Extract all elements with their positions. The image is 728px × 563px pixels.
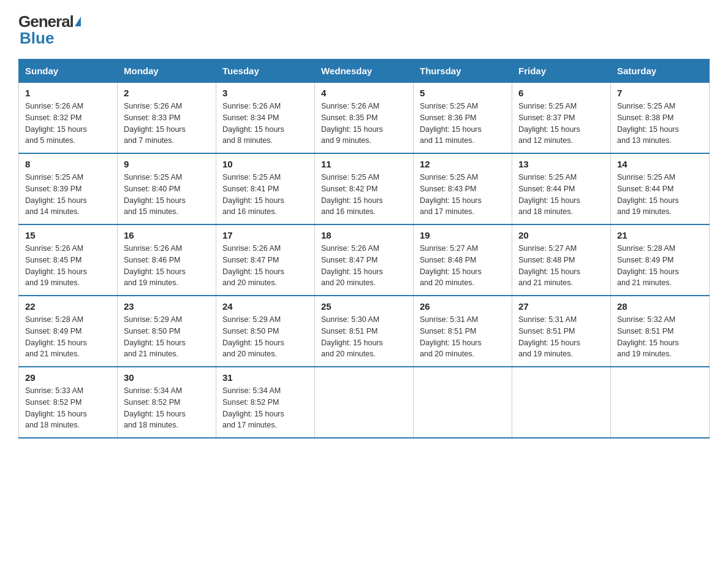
calendar-week-4: 22Sunrise: 5:28 AMSunset: 8:49 PMDayligh…: [19, 296, 710, 367]
table-row: [414, 367, 512, 438]
day-info: Sunrise: 5:26 AMSunset: 8:46 PMDaylight:…: [124, 243, 210, 289]
day-info: Sunrise: 5:25 AMSunset: 8:36 PMDaylight:…: [420, 101, 506, 147]
day-info: Sunrise: 5:27 AMSunset: 8:48 PMDaylight:…: [518, 243, 604, 289]
calendar-week-5: 29Sunrise: 5:33 AMSunset: 8:52 PMDayligh…: [19, 367, 710, 438]
logo: General Blue: [18, 12, 81, 48]
day-info: Sunrise: 5:29 AMSunset: 8:50 PMDaylight:…: [124, 314, 210, 360]
table-row: 13Sunrise: 5:25 AMSunset: 8:44 PMDayligh…: [512, 153, 611, 224]
calendar-week-2: 8Sunrise: 5:25 AMSunset: 8:39 PMDaylight…: [19, 153, 710, 224]
table-row: 31Sunrise: 5:34 AMSunset: 8:52 PMDayligh…: [216, 367, 315, 438]
table-row: 15Sunrise: 5:26 AMSunset: 8:45 PMDayligh…: [19, 224, 118, 296]
day-number: 23: [124, 301, 210, 312]
day-info: Sunrise: 5:25 AMSunset: 8:41 PMDaylight:…: [222, 172, 308, 218]
day-number: 6: [518, 88, 604, 98]
header-day-tuesday: Tuesday: [216, 59, 315, 83]
day-number: 2: [124, 88, 210, 98]
day-info: Sunrise: 5:27 AMSunset: 8:48 PMDaylight:…: [420, 243, 506, 289]
day-info: Sunrise: 5:31 AMSunset: 8:51 PMDaylight:…: [518, 314, 604, 360]
day-number: 16: [124, 230, 210, 240]
day-number: 4: [321, 88, 407, 98]
day-info: Sunrise: 5:25 AMSunset: 8:43 PMDaylight:…: [420, 172, 506, 218]
table-row: [512, 367, 611, 438]
table-row: 21Sunrise: 5:28 AMSunset: 8:49 PMDayligh…: [611, 224, 710, 296]
day-info: Sunrise: 5:25 AMSunset: 8:37 PMDaylight:…: [518, 101, 604, 147]
day-number: 14: [617, 159, 703, 169]
day-number: 19: [420, 230, 506, 240]
day-number: 3: [222, 88, 308, 98]
day-number: 17: [222, 230, 308, 240]
day-info: Sunrise: 5:33 AMSunset: 8:52 PMDaylight:…: [25, 385, 111, 431]
table-row: 26Sunrise: 5:31 AMSunset: 8:51 PMDayligh…: [414, 296, 512, 367]
day-number: 30: [124, 372, 210, 383]
day-info: Sunrise: 5:26 AMSunset: 8:32 PMDaylight:…: [25, 101, 111, 147]
table-row: 24Sunrise: 5:29 AMSunset: 8:50 PMDayligh…: [216, 296, 315, 367]
table-row: 11Sunrise: 5:25 AMSunset: 8:42 PMDayligh…: [315, 153, 414, 224]
table-row: 12Sunrise: 5:25 AMSunset: 8:43 PMDayligh…: [414, 153, 512, 224]
day-number: 31: [222, 372, 308, 383]
table-row: 20Sunrise: 5:27 AMSunset: 8:48 PMDayligh…: [512, 224, 611, 296]
day-info: Sunrise: 5:26 AMSunset: 8:35 PMDaylight:…: [321, 101, 407, 147]
header-day-friday: Friday: [512, 59, 611, 83]
day-number: 18: [321, 230, 407, 240]
day-number: 7: [617, 88, 703, 98]
table-row: 19Sunrise: 5:27 AMSunset: 8:48 PMDayligh…: [414, 224, 512, 296]
table-row: 7Sunrise: 5:25 AMSunset: 8:38 PMDaylight…: [611, 83, 710, 154]
table-row: 30Sunrise: 5:34 AMSunset: 8:52 PMDayligh…: [118, 367, 216, 438]
table-row: 1Sunrise: 5:26 AMSunset: 8:32 PMDaylight…: [19, 83, 118, 154]
table-row: 27Sunrise: 5:31 AMSunset: 8:51 PMDayligh…: [512, 296, 611, 367]
day-number: 20: [518, 230, 604, 240]
day-info: Sunrise: 5:28 AMSunset: 8:49 PMDaylight:…: [25, 314, 111, 360]
calendar-week-1: 1Sunrise: 5:26 AMSunset: 8:32 PMDaylight…: [19, 83, 710, 154]
table-row: 4Sunrise: 5:26 AMSunset: 8:35 PMDaylight…: [315, 83, 414, 154]
day-number: 28: [617, 301, 703, 312]
header-day-saturday: Saturday: [611, 59, 710, 83]
table-row: [611, 367, 710, 438]
day-info: Sunrise: 5:34 AMSunset: 8:52 PMDaylight:…: [124, 385, 210, 431]
header-day-thursday: Thursday: [414, 59, 512, 83]
day-info: Sunrise: 5:25 AMSunset: 8:39 PMDaylight:…: [25, 172, 111, 218]
table-row: 17Sunrise: 5:26 AMSunset: 8:47 PMDayligh…: [216, 224, 315, 296]
header-day-monday: Monday: [118, 59, 216, 83]
table-row: 23Sunrise: 5:29 AMSunset: 8:50 PMDayligh…: [118, 296, 216, 367]
day-number: 24: [222, 301, 308, 312]
day-info: Sunrise: 5:26 AMSunset: 8:34 PMDaylight:…: [222, 101, 308, 147]
calendar-week-3: 15Sunrise: 5:26 AMSunset: 8:45 PMDayligh…: [19, 224, 710, 296]
day-number: 9: [124, 159, 210, 169]
table-row: 5Sunrise: 5:25 AMSunset: 8:36 PMDaylight…: [414, 83, 512, 154]
day-info: Sunrise: 5:26 AMSunset: 8:47 PMDaylight:…: [222, 243, 308, 289]
table-row: 6Sunrise: 5:25 AMSunset: 8:37 PMDaylight…: [512, 83, 611, 154]
day-info: Sunrise: 5:34 AMSunset: 8:52 PMDaylight:…: [222, 385, 308, 431]
day-number: 1: [25, 88, 111, 98]
day-info: Sunrise: 5:25 AMSunset: 8:38 PMDaylight:…: [617, 101, 703, 147]
day-number: 12: [420, 159, 506, 169]
calendar-table: SundayMondayTuesdayWednesdayThursdayFrid…: [18, 59, 710, 439]
day-info: Sunrise: 5:25 AMSunset: 8:44 PMDaylight:…: [617, 172, 703, 218]
day-number: 5: [420, 88, 506, 98]
table-row: 14Sunrise: 5:25 AMSunset: 8:44 PMDayligh…: [611, 153, 710, 224]
table-row: 9Sunrise: 5:25 AMSunset: 8:40 PMDaylight…: [118, 153, 216, 224]
table-row: 8Sunrise: 5:25 AMSunset: 8:39 PMDaylight…: [19, 153, 118, 224]
day-info: Sunrise: 5:32 AMSunset: 8:51 PMDaylight:…: [617, 314, 703, 360]
table-row: 29Sunrise: 5:33 AMSunset: 8:52 PMDayligh…: [19, 367, 118, 438]
table-row: 25Sunrise: 5:30 AMSunset: 8:51 PMDayligh…: [315, 296, 414, 367]
day-info: Sunrise: 5:26 AMSunset: 8:47 PMDaylight:…: [321, 243, 407, 289]
day-info: Sunrise: 5:28 AMSunset: 8:49 PMDaylight:…: [617, 243, 703, 289]
day-info: Sunrise: 5:31 AMSunset: 8:51 PMDaylight:…: [420, 314, 506, 360]
day-info: Sunrise: 5:30 AMSunset: 8:51 PMDaylight:…: [321, 314, 407, 360]
table-row: 10Sunrise: 5:25 AMSunset: 8:41 PMDayligh…: [216, 153, 315, 224]
day-number: 13: [518, 159, 604, 169]
day-number: 29: [25, 372, 111, 383]
day-info: Sunrise: 5:26 AMSunset: 8:45 PMDaylight:…: [25, 243, 111, 289]
table-row: [315, 367, 414, 438]
table-row: 22Sunrise: 5:28 AMSunset: 8:49 PMDayligh…: [19, 296, 118, 367]
logo-triangle-icon: [75, 17, 81, 26]
day-number: 10: [222, 159, 308, 169]
day-info: Sunrise: 5:25 AMSunset: 8:40 PMDaylight:…: [124, 172, 210, 218]
table-row: 3Sunrise: 5:26 AMSunset: 8:34 PMDaylight…: [216, 83, 315, 154]
header-day-sunday: Sunday: [19, 59, 118, 83]
day-info: Sunrise: 5:25 AMSunset: 8:44 PMDaylight:…: [518, 172, 604, 218]
day-number: 11: [321, 159, 407, 169]
page-header: General Blue: [18, 12, 710, 48]
day-number: 27: [518, 301, 604, 312]
day-number: 26: [420, 301, 506, 312]
